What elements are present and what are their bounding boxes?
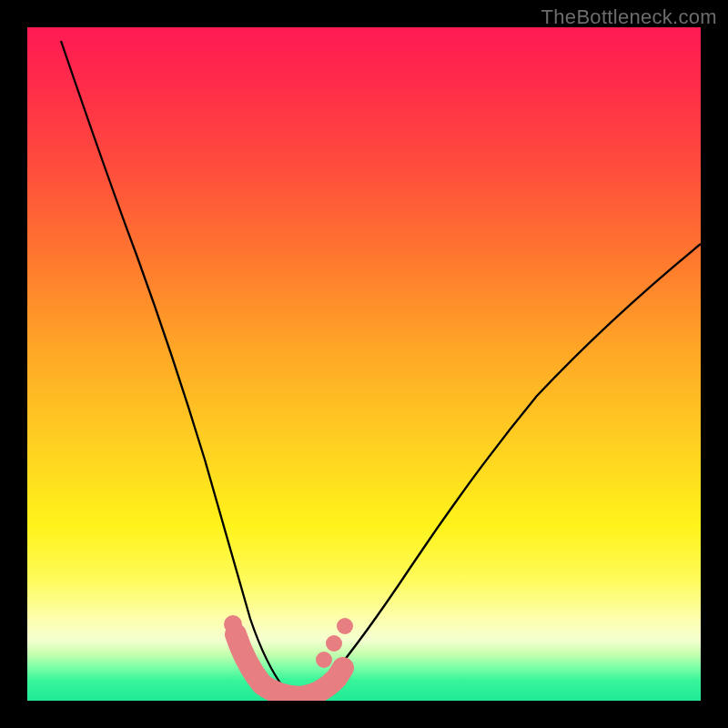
marker-dot [326, 635, 342, 652]
plot-area [27, 27, 701, 701]
watermark-text: TheBottleneck.com [541, 5, 717, 29]
marker-dot [224, 615, 242, 633]
marker-dot [229, 633, 248, 652]
marker-dot [316, 652, 332, 668]
chart-frame: TheBottleneck.com [0, 0, 728, 728]
right-curve [300, 244, 701, 698]
marker-dot [337, 618, 353, 634]
curves-layer [27, 27, 701, 701]
left-curve [61, 41, 300, 698]
